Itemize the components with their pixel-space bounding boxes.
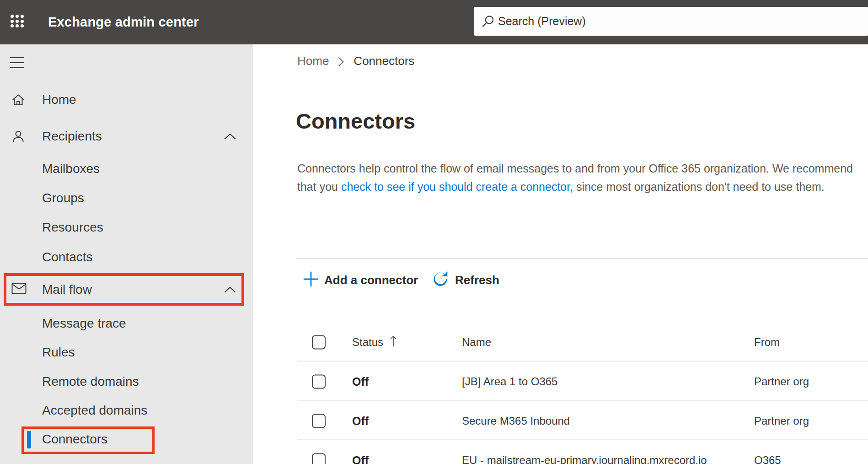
add-connector-button[interactable]: Add a connector bbox=[303, 271, 418, 289]
row-name[interactable]: [JB] Area 1 to O365 bbox=[462, 375, 557, 388]
sidebar-item-contacts[interactable]: Contacts bbox=[0, 243, 253, 272]
sidebar-nav: HomeRecipientsMailboxesGroupsResourcesCo… bbox=[0, 44, 253, 464]
search-input[interactable] bbox=[498, 7, 859, 36]
table-header-row: Status Name From bbox=[253, 323, 868, 361]
table-row: OffEU - mailstream-eu-primary.journaling… bbox=[253, 440, 868, 464]
sidebar-item-label: Message trace bbox=[42, 316, 126, 331]
row-status: Off bbox=[352, 375, 369, 388]
refresh-icon bbox=[431, 270, 450, 290]
sidebar-item-label: Contacts bbox=[42, 250, 93, 264]
sidebar-item-label: Connectors bbox=[42, 432, 107, 447]
chevron-up-icon bbox=[224, 286, 236, 293]
refresh-button[interactable]: Refresh bbox=[431, 271, 499, 289]
page-description: Connectors help control the flow of emai… bbox=[297, 160, 855, 196]
person-icon bbox=[11, 129, 27, 143]
main-content: Home Connectors Connectors Connectors he… bbox=[253, 44, 868, 464]
breadcrumb-home-link[interactable]: Home bbox=[297, 54, 329, 68]
sidebar-item-label: Remote domains bbox=[42, 374, 139, 389]
row-checkbox[interactable] bbox=[312, 453, 326, 464]
sidebar-item-label: Mail flow bbox=[42, 282, 92, 297]
sidebar-item-accepted-domains[interactable]: Accepted domains bbox=[0, 396, 253, 425]
hamburger-menu-icon[interactable] bbox=[10, 57, 24, 68]
sidebar-item-recipients[interactable]: Recipients bbox=[0, 122, 253, 151]
sidebar-item-groups[interactable]: Groups bbox=[0, 183, 253, 213]
sidebar-item-remote-domains[interactable]: Remote domains bbox=[0, 367, 253, 396]
sidebar-item-home[interactable]: Home bbox=[0, 85, 253, 114]
home-icon bbox=[11, 93, 27, 107]
sidebar-item-label: Recipients bbox=[42, 129, 102, 144]
sidebar-item-label: Home bbox=[42, 92, 76, 107]
sidebar-item-label: Resources bbox=[42, 220, 103, 235]
table-row: OffSecure M365 InboundPartner org bbox=[253, 401, 868, 440]
row-from: Partner org bbox=[754, 415, 809, 427]
column-header-name[interactable]: Name bbox=[462, 336, 491, 349]
app-launcher-button[interactable] bbox=[6, 8, 33, 36]
row-checkbox[interactable] bbox=[312, 414, 326, 428]
search-icon bbox=[482, 15, 495, 28]
plus-icon bbox=[303, 271, 319, 289]
sidebar-item-mail-flow[interactable]: Mail flow bbox=[0, 275, 253, 304]
row-from: O365 bbox=[754, 454, 781, 464]
app-title: Exchange admin center bbox=[48, 0, 199, 44]
create-connector-check-link[interactable]: check to see if you should create a conn… bbox=[341, 180, 573, 193]
mail-icon bbox=[11, 283, 27, 297]
description-text-after: since most organizations don't need to u… bbox=[573, 180, 825, 193]
column-header-status[interactable]: Status bbox=[352, 335, 397, 350]
top-bar: Exchange admin center bbox=[0, 0, 868, 44]
add-connector-label: Add a connector bbox=[324, 273, 418, 287]
sidebar-item-message-trace[interactable]: Message trace bbox=[0, 309, 253, 338]
row-status: Off bbox=[352, 453, 369, 464]
waffle-grid-icon bbox=[11, 15, 26, 29]
sidebar-item-mailboxes[interactable]: Mailboxes bbox=[0, 154, 253, 183]
table-row: Off[JB] Area 1 to O365Partner org bbox=[253, 361, 868, 401]
select-all-checkbox[interactable] bbox=[312, 335, 326, 349]
column-header-from[interactable]: From bbox=[754, 336, 780, 349]
row-name[interactable]: Secure M365 Inbound bbox=[462, 415, 570, 427]
chevron-right-icon bbox=[338, 56, 344, 66]
sidebar-item-connectors[interactable]: Connectors bbox=[0, 425, 253, 454]
breadcrumb: Home Connectors bbox=[297, 51, 414, 71]
sidebar-item-label: Groups bbox=[42, 191, 84, 205]
sidebar-item-rules[interactable]: Rules bbox=[0, 338, 253, 367]
sidebar-item-label: Mailboxes bbox=[42, 162, 100, 176]
arrow-up-icon bbox=[390, 335, 397, 350]
divider bbox=[297, 258, 868, 259]
sidebar-item-resources[interactable]: Resources bbox=[0, 213, 253, 242]
breadcrumb-current: Connectors bbox=[354, 54, 414, 68]
chevron-up-icon bbox=[224, 133, 236, 140]
search-box[interactable] bbox=[474, 7, 868, 36]
sidebar-item-label: Accepted domains bbox=[42, 403, 147, 418]
row-from: Partner org bbox=[754, 375, 809, 388]
row-name[interactable]: EU - mailstream-eu-primary.journaling.mx… bbox=[462, 454, 707, 464]
exchange-admin-center-window: Exchange admin center HomeRecipientsMail… bbox=[0, 0, 868, 464]
toolbar: Add a connector Refresh bbox=[253, 271, 868, 289]
sidebar-item-label: Rules bbox=[42, 345, 75, 360]
row-status: Off bbox=[352, 414, 369, 427]
refresh-label: Refresh bbox=[455, 273, 499, 287]
row-checkbox[interactable] bbox=[312, 374, 326, 388]
page-title: Connectors bbox=[296, 108, 415, 134]
